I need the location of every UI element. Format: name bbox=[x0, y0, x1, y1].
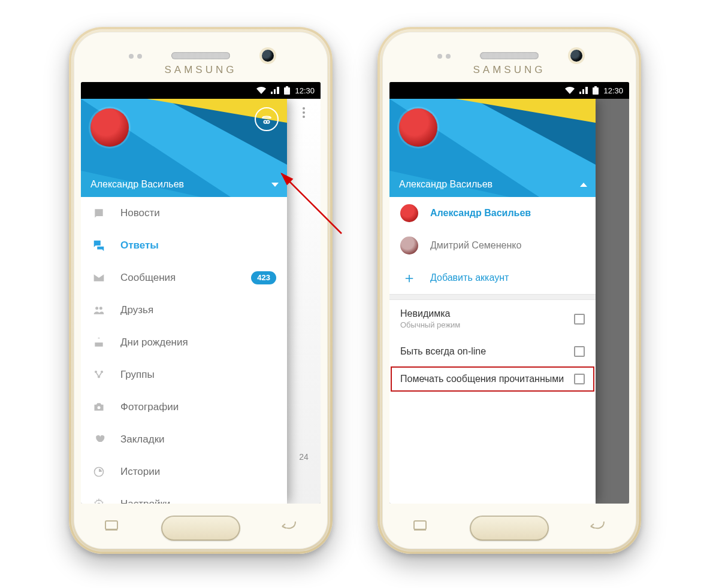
content-peek bbox=[596, 99, 629, 504]
plus-icon: ＋ bbox=[400, 268, 418, 287]
nav-drawer: Александр Васильев Александр ВасильевДми… bbox=[389, 99, 596, 504]
content-peek: 24 bbox=[287, 99, 321, 504]
svg-rect-1 bbox=[286, 86, 288, 87]
birthday-icon bbox=[92, 337, 106, 348]
option-row[interactable]: НевидимкаОбычный режим bbox=[389, 300, 596, 338]
nav-item-friends[interactable]: Друзья bbox=[81, 294, 287, 326]
user-avatar[interactable] bbox=[399, 108, 437, 147]
user-name-label: Александр Васильев bbox=[90, 179, 184, 190]
stage: SAMSUNG 12:30 24 bbox=[0, 0, 719, 588]
nav-item-settings[interactable]: Настройки bbox=[81, 488, 287, 504]
nav-item-news[interactable]: Новости bbox=[81, 197, 287, 229]
nav-item-label: Настройки bbox=[120, 498, 170, 504]
svg-rect-25 bbox=[414, 521, 426, 529]
nav-badge: 423 bbox=[251, 271, 276, 284]
status-bar: 12:30 bbox=[81, 82, 321, 99]
home-button[interactable] bbox=[470, 516, 549, 541]
option-title: Помечать сообщения прочитанными bbox=[400, 374, 564, 384]
option-row[interactable]: Помечать сообщения прочитанными bbox=[389, 365, 596, 393]
option-row[interactable]: Быть всегда on-line bbox=[389, 338, 596, 365]
account-item[interactable]: Александр Васильев bbox=[389, 197, 596, 229]
option-title: Быть всегда on-line bbox=[400, 346, 486, 357]
chevron-down-icon bbox=[271, 183, 279, 187]
svg-rect-0 bbox=[284, 87, 290, 95]
status-time: 12:30 bbox=[603, 86, 623, 95]
wifi-icon bbox=[565, 87, 575, 94]
brand-label: SAMSUNG bbox=[473, 64, 546, 76]
drawer-cover: Александр Васильев bbox=[81, 99, 287, 197]
svg-point-14 bbox=[98, 503, 101, 504]
friends-icon bbox=[92, 304, 106, 316]
checkbox[interactable] bbox=[574, 346, 585, 357]
bookmarks-icon bbox=[92, 434, 106, 445]
signal-icon bbox=[579, 87, 588, 94]
mail-icon bbox=[92, 272, 106, 284]
nav-item-label: Новости bbox=[120, 207, 160, 219]
phone-speaker bbox=[171, 52, 230, 59]
groups-icon bbox=[92, 369, 106, 381]
overflow-icon[interactable] bbox=[303, 107, 305, 118]
nav-item-replies[interactable]: Ответы bbox=[81, 229, 287, 262]
screen: 12:30 bbox=[389, 82, 629, 504]
nav-item-birthday[interactable]: Дни рождения bbox=[81, 326, 287, 359]
nav-item-label: Ответы bbox=[120, 240, 159, 251]
back-softkey[interactable] bbox=[281, 519, 297, 535]
user-name-label: Александр Васильев bbox=[399, 179, 493, 190]
nav-item-groups[interactable]: Группы bbox=[81, 359, 287, 391]
incognito-icon[interactable] bbox=[255, 107, 279, 131]
nav-item-label: Сообщения bbox=[120, 272, 176, 284]
nav-item-label: Фотографии bbox=[120, 401, 179, 413]
nav-item-label: Закладки bbox=[120, 434, 165, 445]
news-icon bbox=[92, 207, 106, 219]
recents-softkey[interactable] bbox=[105, 519, 118, 535]
account-avatar bbox=[400, 204, 418, 222]
nav-item-label: Истории bbox=[120, 466, 160, 478]
sensor-cluster bbox=[129, 54, 142, 59]
sensor-cluster bbox=[437, 54, 451, 59]
nav-item-photo[interactable]: Фотографии bbox=[81, 391, 287, 423]
option-title: Невидимка bbox=[400, 308, 460, 319]
front-camera bbox=[570, 50, 582, 62]
option-subtitle: Обычный режим bbox=[400, 320, 460, 329]
phone-frame-right: SAMSUNG 12:30 bbox=[377, 27, 641, 554]
chevron-up-icon bbox=[580, 183, 587, 187]
account-switcher[interactable]: Александр Васильев bbox=[399, 179, 587, 190]
status-time: 12:30 bbox=[295, 86, 315, 95]
front-camera bbox=[262, 50, 274, 62]
home-button[interactable] bbox=[161, 516, 240, 541]
svg-rect-18 bbox=[593, 87, 599, 95]
nav-item-bookmarks[interactable]: Закладки bbox=[81, 423, 287, 456]
svg-point-8 bbox=[99, 307, 102, 310]
svg-point-12 bbox=[98, 406, 101, 409]
peek-counter: 24 bbox=[299, 452, 309, 462]
nav-item-label: Дни рождения bbox=[120, 337, 188, 348]
svg-rect-16 bbox=[105, 529, 117, 531]
back-softkey[interactable] bbox=[590, 519, 605, 535]
battery-icon bbox=[593, 86, 599, 95]
nav-item-mail[interactable]: Сообщения423 bbox=[81, 262, 287, 294]
status-bar: 12:30 bbox=[389, 82, 629, 99]
drawer-area: 24 bbox=[81, 99, 321, 504]
phone-frame-left: SAMSUNG 12:30 24 bbox=[69, 27, 333, 554]
user-avatar[interactable] bbox=[90, 108, 129, 147]
panel-separator bbox=[389, 294, 596, 300]
svg-point-7 bbox=[95, 307, 98, 310]
recents-softkey[interactable] bbox=[413, 519, 427, 535]
account-name-label: Дмитрий Семененко bbox=[430, 240, 521, 251]
account-switcher[interactable]: Александр Васильев bbox=[90, 179, 279, 190]
account-name-label: Александр Васильев bbox=[430, 208, 531, 219]
nav-item-stories[interactable]: Истории bbox=[81, 456, 287, 488]
svg-rect-26 bbox=[414, 529, 426, 531]
brand-label: SAMSUNG bbox=[165, 64, 237, 76]
svg-rect-15 bbox=[105, 521, 117, 529]
account-item[interactable]: Дмитрий Семененко bbox=[389, 229, 596, 262]
signal-icon bbox=[271, 87, 279, 94]
account-avatar bbox=[400, 237, 418, 254]
nav-drawer: Александр Васильев НовостиОтветыСообщени… bbox=[81, 99, 287, 504]
phone-speaker bbox=[480, 52, 539, 59]
account-panel: Александр ВасильевДмитрий Семененко＋Доба… bbox=[389, 197, 596, 504]
checkbox[interactable] bbox=[574, 374, 585, 384]
checkbox[interactable] bbox=[574, 314, 585, 325]
add-account-button[interactable]: ＋Добавить аккаунт bbox=[389, 262, 596, 294]
nav-item-label: Группы bbox=[120, 369, 155, 381]
